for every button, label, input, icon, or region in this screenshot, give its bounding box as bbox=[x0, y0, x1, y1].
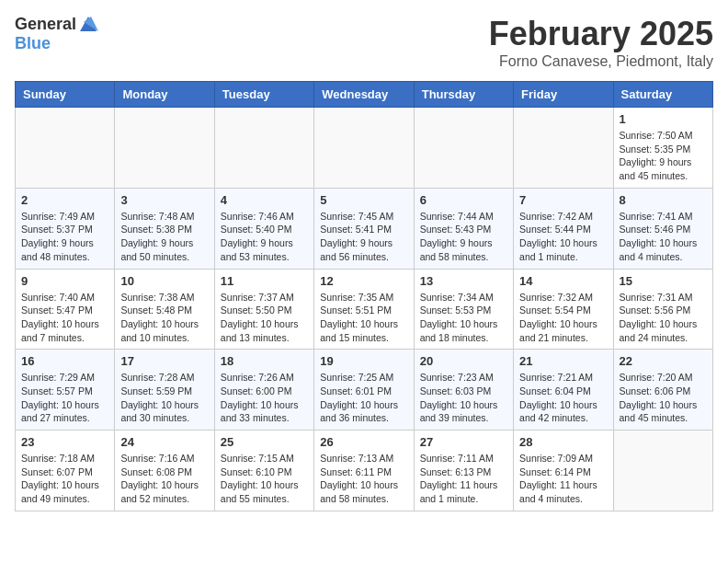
calendar-cell: 5Sunrise: 7:45 AM Sunset: 5:41 PM Daylig… bbox=[314, 188, 414, 269]
calendar-cell: 8Sunrise: 7:41 AM Sunset: 5:46 PM Daylig… bbox=[613, 188, 712, 269]
day-number: 9 bbox=[21, 274, 108, 288]
logo-icon bbox=[78, 15, 98, 35]
page-header: General Blue February 2025 Forno Canaves… bbox=[15, 15, 713, 70]
day-info: Sunrise: 7:34 AM Sunset: 5:53 PM Dayligh… bbox=[420, 291, 507, 345]
day-number: 3 bbox=[120, 193, 208, 207]
calendar-cell: 16Sunrise: 7:29 AM Sunset: 5:57 PM Dayli… bbox=[16, 350, 115, 431]
location-title: Forno Canavese, Piedmont, Italy bbox=[489, 53, 713, 70]
day-number: 27 bbox=[420, 435, 507, 449]
day-number: 17 bbox=[120, 354, 208, 368]
calendar-week-2: 2Sunrise: 7:49 AM Sunset: 5:37 PM Daylig… bbox=[16, 188, 713, 269]
logo-general: General bbox=[15, 16, 76, 34]
calendar-cell: 4Sunrise: 7:46 AM Sunset: 5:40 PM Daylig… bbox=[214, 188, 313, 269]
day-number: 26 bbox=[320, 435, 407, 449]
weekday-header-saturday: Saturday bbox=[613, 82, 712, 108]
day-number: 18 bbox=[221, 354, 308, 368]
calendar-cell: 21Sunrise: 7:21 AM Sunset: 6:04 PM Dayli… bbox=[514, 350, 613, 431]
calendar-cell: 13Sunrise: 7:34 AM Sunset: 5:53 PM Dayli… bbox=[414, 269, 513, 350]
calendar-table: SundayMondayTuesdayWednesdayThursdayFrid… bbox=[15, 81, 713, 511]
day-number: 1 bbox=[620, 112, 707, 126]
calendar-cell: 22Sunrise: 7:20 AM Sunset: 6:06 PM Dayli… bbox=[613, 350, 712, 431]
day-info: Sunrise: 7:21 AM Sunset: 6:04 PM Dayligh… bbox=[519, 371, 607, 425]
calendar-cell bbox=[414, 108, 513, 189]
day-info: Sunrise: 7:35 AM Sunset: 5:51 PM Dayligh… bbox=[320, 291, 407, 345]
calendar-header-row: SundayMondayTuesdayWednesdayThursdayFrid… bbox=[16, 82, 713, 108]
day-number: 10 bbox=[120, 274, 208, 288]
calendar-cell: 3Sunrise: 7:48 AM Sunset: 5:38 PM Daylig… bbox=[115, 188, 214, 269]
day-number: 28 bbox=[519, 435, 607, 449]
day-info: Sunrise: 7:28 AM Sunset: 5:59 PM Dayligh… bbox=[120, 371, 208, 425]
title-section: February 2025 Forno Canavese, Piedmont, … bbox=[489, 15, 713, 70]
day-info: Sunrise: 7:46 AM Sunset: 5:40 PM Dayligh… bbox=[221, 210, 308, 264]
day-number: 25 bbox=[221, 435, 308, 449]
calendar-cell: 15Sunrise: 7:31 AM Sunset: 5:56 PM Dayli… bbox=[613, 269, 712, 350]
day-number: 23 bbox=[21, 435, 108, 449]
day-info: Sunrise: 7:50 AM Sunset: 5:35 PM Dayligh… bbox=[620, 129, 707, 183]
calendar-cell: 12Sunrise: 7:35 AM Sunset: 5:51 PM Dayli… bbox=[314, 269, 414, 350]
calendar-cell bbox=[214, 108, 313, 189]
calendar-cell bbox=[115, 108, 214, 189]
weekday-header-friday: Friday bbox=[514, 82, 613, 108]
weekday-header-tuesday: Tuesday bbox=[214, 82, 313, 108]
weekday-header-sunday: Sunday bbox=[16, 82, 115, 108]
day-info: Sunrise: 7:44 AM Sunset: 5:43 PM Dayligh… bbox=[420, 210, 507, 264]
calendar-week-5: 23Sunrise: 7:18 AM Sunset: 6:07 PM Dayli… bbox=[16, 431, 713, 511]
calendar-cell: 19Sunrise: 7:25 AM Sunset: 6:01 PM Dayli… bbox=[314, 350, 414, 431]
day-number: 14 bbox=[519, 274, 607, 288]
calendar-cell: 6Sunrise: 7:44 AM Sunset: 5:43 PM Daylig… bbox=[414, 188, 513, 269]
calendar-cell bbox=[514, 108, 613, 189]
calendar-week-1: 1Sunrise: 7:50 AM Sunset: 5:35 PM Daylig… bbox=[16, 108, 713, 189]
day-number: 22 bbox=[620, 354, 707, 368]
day-number: 24 bbox=[120, 435, 208, 449]
day-number: 7 bbox=[519, 193, 607, 207]
day-number: 4 bbox=[221, 193, 308, 207]
day-info: Sunrise: 7:41 AM Sunset: 5:46 PM Dayligh… bbox=[620, 210, 707, 264]
day-number: 2 bbox=[21, 193, 108, 207]
day-info: Sunrise: 7:16 AM Sunset: 6:08 PM Dayligh… bbox=[120, 452, 208, 506]
day-info: Sunrise: 7:48 AM Sunset: 5:38 PM Dayligh… bbox=[120, 210, 208, 264]
logo: General Blue bbox=[15, 15, 98, 53]
day-info: Sunrise: 7:37 AM Sunset: 5:50 PM Dayligh… bbox=[221, 291, 308, 345]
day-info: Sunrise: 7:09 AM Sunset: 6:14 PM Dayligh… bbox=[519, 452, 607, 506]
calendar-week-3: 9Sunrise: 7:40 AM Sunset: 5:47 PM Daylig… bbox=[16, 269, 713, 350]
day-info: Sunrise: 7:42 AM Sunset: 5:44 PM Dayligh… bbox=[519, 210, 607, 264]
day-number: 16 bbox=[21, 354, 108, 368]
day-info: Sunrise: 7:20 AM Sunset: 6:06 PM Dayligh… bbox=[620, 371, 707, 425]
day-info: Sunrise: 7:49 AM Sunset: 5:37 PM Dayligh… bbox=[21, 210, 108, 264]
day-number: 5 bbox=[320, 193, 407, 207]
day-info: Sunrise: 7:26 AM Sunset: 6:00 PM Dayligh… bbox=[221, 371, 308, 425]
calendar-cell: 10Sunrise: 7:38 AM Sunset: 5:48 PM Dayli… bbox=[115, 269, 214, 350]
day-info: Sunrise: 7:38 AM Sunset: 5:48 PM Dayligh… bbox=[120, 291, 208, 345]
logo-blue: Blue bbox=[15, 34, 51, 52]
day-number: 13 bbox=[420, 274, 507, 288]
calendar-cell: 7Sunrise: 7:42 AM Sunset: 5:44 PM Daylig… bbox=[514, 188, 613, 269]
calendar-cell: 9Sunrise: 7:40 AM Sunset: 5:47 PM Daylig… bbox=[16, 269, 115, 350]
day-info: Sunrise: 7:11 AM Sunset: 6:13 PM Dayligh… bbox=[420, 452, 507, 506]
calendar-cell: 11Sunrise: 7:37 AM Sunset: 5:50 PM Dayli… bbox=[214, 269, 313, 350]
day-info: Sunrise: 7:23 AM Sunset: 6:03 PM Dayligh… bbox=[420, 371, 507, 425]
day-info: Sunrise: 7:31 AM Sunset: 5:56 PM Dayligh… bbox=[620, 291, 707, 345]
day-number: 19 bbox=[320, 354, 407, 368]
day-number: 6 bbox=[420, 193, 507, 207]
weekday-header-wednesday: Wednesday bbox=[314, 82, 414, 108]
day-number: 8 bbox=[620, 193, 707, 207]
calendar-cell: 27Sunrise: 7:11 AM Sunset: 6:13 PM Dayli… bbox=[414, 431, 513, 511]
day-info: Sunrise: 7:32 AM Sunset: 5:54 PM Dayligh… bbox=[519, 291, 607, 345]
day-info: Sunrise: 7:29 AM Sunset: 5:57 PM Dayligh… bbox=[21, 371, 108, 425]
day-info: Sunrise: 7:25 AM Sunset: 6:01 PM Dayligh… bbox=[320, 371, 407, 425]
calendar-cell: 18Sunrise: 7:26 AM Sunset: 6:00 PM Dayli… bbox=[214, 350, 313, 431]
weekday-header-thursday: Thursday bbox=[414, 82, 513, 108]
calendar-cell: 23Sunrise: 7:18 AM Sunset: 6:07 PM Dayli… bbox=[16, 431, 115, 511]
calendar-cell: 20Sunrise: 7:23 AM Sunset: 6:03 PM Dayli… bbox=[414, 350, 513, 431]
calendar-cell bbox=[613, 431, 712, 511]
day-info: Sunrise: 7:45 AM Sunset: 5:41 PM Dayligh… bbox=[320, 210, 407, 264]
calendar-cell: 17Sunrise: 7:28 AM Sunset: 5:59 PM Dayli… bbox=[115, 350, 214, 431]
day-info: Sunrise: 7:18 AM Sunset: 6:07 PM Dayligh… bbox=[21, 452, 108, 506]
calendar-cell: 28Sunrise: 7:09 AM Sunset: 6:14 PM Dayli… bbox=[514, 431, 613, 511]
day-number: 20 bbox=[420, 354, 507, 368]
calendar-cell: 14Sunrise: 7:32 AM Sunset: 5:54 PM Dayli… bbox=[514, 269, 613, 350]
day-number: 12 bbox=[320, 274, 407, 288]
day-info: Sunrise: 7:13 AM Sunset: 6:11 PM Dayligh… bbox=[320, 452, 407, 506]
calendar-cell: 24Sunrise: 7:16 AM Sunset: 6:08 PM Dayli… bbox=[115, 431, 214, 511]
day-number: 15 bbox=[620, 274, 707, 288]
